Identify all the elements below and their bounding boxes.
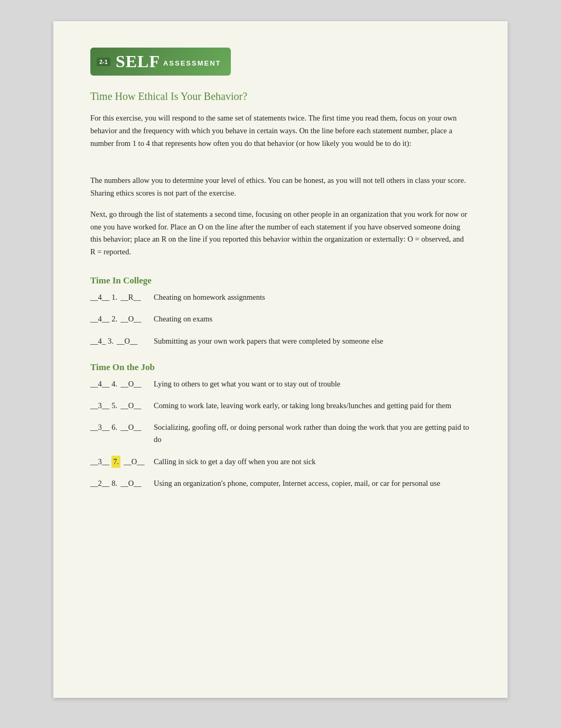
item-prefix: __3__ 6. __O__ xyxy=(90,421,154,434)
item-observed: __O__ xyxy=(120,313,141,325)
item-text: Socializing, goofing off, or doing perso… xyxy=(154,421,471,446)
item-score: __3__ xyxy=(90,421,109,434)
item-score: __2__ xyxy=(90,477,109,490)
item-prefix: __4__ 2. __O__ xyxy=(90,313,154,325)
item-prefix: __4_ 3. __O__ xyxy=(90,335,154,347)
list-item: __4__ 1. __R__ Cheating on homework assi… xyxy=(90,291,471,303)
second-paragraph: Next, go through the list of statements … xyxy=(90,208,471,259)
badge-number: 2-1 xyxy=(97,58,110,66)
item-num: 1. xyxy=(111,291,117,303)
item-observed: __O__ xyxy=(120,477,141,490)
item-score: __4__ xyxy=(90,313,109,325)
item-num: 6. xyxy=(111,421,117,434)
ethics-note: The numbers allow you to determine your … xyxy=(90,174,471,200)
item-observed: __O__ xyxy=(117,335,137,347)
item-prefix: __4__ 1. __R__ xyxy=(90,291,154,303)
item-text: Cheating on exams xyxy=(154,313,471,325)
list-item: __4_ 3. __O__ Submitting as your own wor… xyxy=(90,335,471,347)
item-score: __4__ xyxy=(90,378,109,390)
item-score: __3__ xyxy=(90,400,109,412)
badge-assessment: ASSESSMENT xyxy=(163,59,221,67)
item-text: Calling in sick to get a day off when yo… xyxy=(154,456,471,468)
item-num: 5. xyxy=(111,400,117,412)
badge-self: SELF xyxy=(116,52,160,71)
item-score: __3__ xyxy=(90,456,109,468)
item-text: Submitting as your own work papers that … xyxy=(154,335,471,347)
page: 2-1 SELF ASSESSMENT Time How Ethical Is … xyxy=(53,21,508,698)
item-prefix: __3__ 5. __O__ xyxy=(90,400,154,412)
list-item: __2__ 8. __O__ Using an organization's p… xyxy=(90,477,471,490)
item-num: 3. xyxy=(108,335,114,347)
item-num-highlighted: 7. xyxy=(111,456,120,468)
list-item: __4__ 4. __O__ Lying to others to get wh… xyxy=(90,378,471,390)
item-observed: __O__ xyxy=(120,421,141,434)
item-text: Lying to others to get what you want or … xyxy=(154,378,471,390)
list-item: __3__ 5. __O__ Coming to work late, leav… xyxy=(90,400,471,412)
item-prefix: __2__ 8. __O__ xyxy=(90,477,154,490)
section-college-title: Time In College xyxy=(90,275,471,286)
item-text: Using an organization's phone, computer,… xyxy=(154,477,471,490)
item-num: 8. xyxy=(111,477,117,490)
item-prefix: __4__ 4. __O__ xyxy=(90,378,154,390)
item-observed: __O__ xyxy=(120,400,141,412)
item-num: 2. xyxy=(111,313,117,325)
item-num: 4. xyxy=(111,378,117,390)
list-item: __3__ 6. __O__ Socializing, goofing off,… xyxy=(90,421,471,446)
section-job-title: Time On the Job xyxy=(90,362,471,373)
item-observed: __O__ xyxy=(124,456,144,468)
item-text: Coming to work late, leaving work early,… xyxy=(154,400,471,412)
item-text: Cheating on homework assignments xyxy=(154,291,471,303)
list-item: __4__ 2. __O__ Cheating on exams xyxy=(90,313,471,325)
item-prefix: __3__ 7. __O__ xyxy=(90,456,154,468)
intro-paragraph: For this exercise, you will respond to t… xyxy=(90,112,471,150)
list-item: __3__ 7. __O__ Calling in sick to get a … xyxy=(90,456,471,468)
item-score: __4__ xyxy=(90,291,109,303)
main-title: Time How Ethical Is Your Behavior? xyxy=(90,90,471,103)
header-badge: 2-1 SELF ASSESSMENT xyxy=(90,48,231,76)
item-observed: __O__ xyxy=(120,378,141,390)
item-score: __4_ xyxy=(90,335,106,347)
item-observed: __R__ xyxy=(120,291,141,303)
